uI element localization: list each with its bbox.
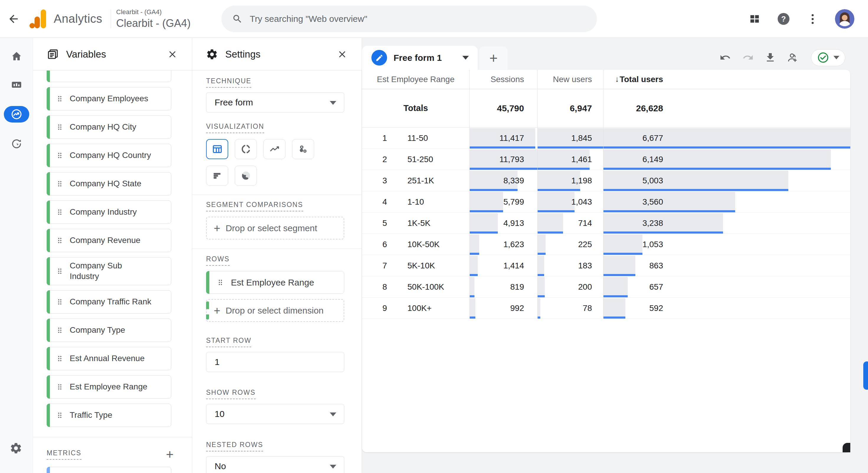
dimension-chip[interactable]: Traffic Type — [46, 404, 171, 427]
drag-handle-icon[interactable] — [58, 327, 62, 333]
nested-rows-select[interactable]: No — [206, 456, 344, 473]
more-options-icon[interactable] — [806, 12, 819, 25]
row-index: 2 — [362, 155, 407, 164]
drag-handle-icon[interactable] — [58, 238, 62, 244]
row-index: 6 — [362, 240, 407, 249]
table-row[interactable]: 7 5K-10K 1,414 183 863 — [362, 255, 850, 276]
table-row[interactable]: 2 51-250 11,793 1,461 6,149 — [362, 149, 850, 170]
segment-drop-zone[interactable]: + Drop or select segment — [206, 217, 344, 240]
dimension-accent — [46, 116, 50, 139]
drag-handle-icon[interactable] — [58, 355, 62, 362]
drag-handle-icon[interactable] — [58, 384, 62, 390]
total-users-value: 657 — [603, 282, 663, 292]
drag-handle-icon[interactable] — [58, 412, 62, 418]
dimension-chip[interactable]: Est Employee Range — [46, 375, 171, 399]
dimension-chip-label: Company Sub Industry — [70, 260, 144, 282]
metric-chip-partial[interactable] — [46, 467, 171, 473]
undo-icon[interactable] — [719, 52, 731, 63]
viz-scatter-icon[interactable] — [292, 139, 314, 159]
table-row[interactable]: 8 50K-100K 819 200 657 — [362, 276, 850, 297]
new-users-value: 1,043 — [571, 197, 592, 207]
search-bar[interactable]: Try searching "Web overview" — [221, 6, 597, 32]
dimension-chip[interactable]: Company HQ Country — [46, 144, 171, 167]
back-button[interactable] — [6, 12, 21, 26]
show-rows-select[interactable]: 10 — [206, 404, 344, 424]
help-icon[interactable]: ? — [777, 12, 790, 25]
table-row[interactable]: 5 1K-5K 4,913 714 3,238 — [362, 213, 850, 234]
dimension-drop-zone[interactable]: + Drop or select dimension — [206, 299, 344, 322]
drag-handle-icon[interactable] — [58, 152, 62, 159]
technique-select[interactable]: Free form — [206, 92, 344, 113]
table-row[interactable]: 3 251-1K 8,339 1,198 5,003 — [362, 170, 850, 191]
redo-icon[interactable] — [742, 52, 754, 63]
dimension-chip[interactable]: Est Annual Revenue — [46, 347, 171, 370]
column-header-dimension[interactable]: Est Employee Range — [362, 70, 469, 89]
row-dimension-value: 100K+ — [407, 304, 432, 313]
start-row-input[interactable]: 1 — [206, 352, 344, 372]
drag-handle-icon[interactable] — [58, 181, 62, 187]
viz-bar-chart-icon[interactable] — [206, 166, 228, 186]
dimension-chip[interactable]: Company Sub Industry — [46, 257, 171, 285]
totals-label: Totals — [362, 103, 469, 113]
sessions-bar — [470, 298, 475, 319]
column-header-new-users[interactable]: New users — [537, 70, 603, 89]
show-rows-value: 10 — [215, 409, 224, 419]
viz-geo-map-icon[interactable] — [235, 166, 257, 186]
tab-settings-panel: Settings TECHNIQUE Free form VISUALIZATI… — [192, 38, 362, 473]
dimension-chip[interactable]: Company HQ State — [46, 172, 171, 195]
table-row[interactable]: 4 1-10 5,799 1,043 3,560 — [362, 191, 850, 213]
table-row[interactable]: 1 11-50 11,417 1,845 6,677 — [362, 128, 850, 149]
dimension-chip[interactable]: Company Employees — [46, 87, 171, 111]
sessions-bar — [470, 234, 479, 255]
admin-gear-icon[interactable] — [9, 442, 23, 455]
nav-advertising-icon[interactable] — [9, 137, 24, 151]
download-icon[interactable] — [764, 52, 776, 63]
viz-donut-icon[interactable] — [235, 139, 257, 159]
dimension-chip[interactable]: Company HQ City — [46, 116, 171, 139]
metrics-section-label: METRICS — [46, 449, 82, 460]
rows-dimension-chip[interactable]: Est Employee Range — [206, 271, 344, 294]
total-users-value: 5,003 — [603, 176, 663, 185]
viz-line-chart-icon[interactable] — [264, 139, 285, 159]
table-row[interactable]: 6 10K-50K 1,623 225 1,053 — [362, 234, 850, 255]
dimension-chip[interactable]: Company Type — [46, 319, 171, 342]
row-index: 7 — [362, 261, 407, 271]
dimension-chip[interactable]: Company Industry — [46, 200, 171, 224]
drag-handle-icon[interactable] — [58, 299, 62, 305]
vertical-scrollbar[interactable] — [863, 361, 868, 390]
new-users-bar — [538, 256, 544, 276]
drag-handle-icon[interactable] — [218, 279, 223, 285]
nav-explore-icon[interactable] — [4, 106, 29, 123]
viz-table-icon[interactable] — [206, 139, 228, 159]
drag-handle-icon[interactable] — [58, 209, 62, 215]
dimension-chip[interactable]: Company Revenue — [46, 229, 171, 252]
total-users-value: 3,560 — [603, 197, 663, 207]
drag-handle-icon[interactable] — [58, 268, 62, 274]
column-header-sessions[interactable]: Sessions — [469, 70, 537, 89]
tab-free-form[interactable]: Free form 1 — [362, 46, 478, 70]
column-header-total-users[interactable]: ↓ Total users — [603, 70, 850, 89]
breadcrumb[interactable]: Clearbit - (GA4) Clearbit - (GA4) — [116, 8, 191, 30]
technique-label: TECHNIQUE — [206, 77, 251, 88]
table-row[interactable]: 9 100K+ 992 78 592 — [362, 297, 850, 319]
step-status-button[interactable] — [811, 49, 845, 66]
nav-reports-icon[interactable] — [9, 77, 24, 92]
dimension-chip[interactable]: Company Traffic Rank — [46, 290, 171, 314]
drag-handle-icon[interactable] — [58, 96, 62, 102]
settings-close-icon[interactable] — [336, 48, 349, 61]
row-index: 4 — [362, 197, 407, 207]
nav-home-icon[interactable] — [9, 49, 24, 63]
variables-close-icon[interactable] — [166, 48, 179, 61]
variables-panel: Variables Company Employees — [33, 38, 192, 473]
add-metric-icon[interactable]: + — [166, 448, 174, 461]
free-form-table-card: Est Employee Range Sessions New users ↓ … — [362, 70, 850, 452]
add-tab-button[interactable]: + — [479, 46, 507, 70]
dimension-chip-label: Company Traffic Rank — [70, 296, 151, 307]
share-person-add-icon[interactable] — [787, 52, 799, 63]
user-avatar[interactable] — [835, 9, 855, 29]
technique-value: Free form — [215, 97, 253, 107]
drag-handle-icon[interactable] — [58, 124, 62, 130]
dimension-chip-partial[interactable] — [46, 70, 171, 82]
google-apps-grid-icon[interactable] — [748, 12, 761, 25]
sessions-value: 992 — [510, 304, 524, 313]
